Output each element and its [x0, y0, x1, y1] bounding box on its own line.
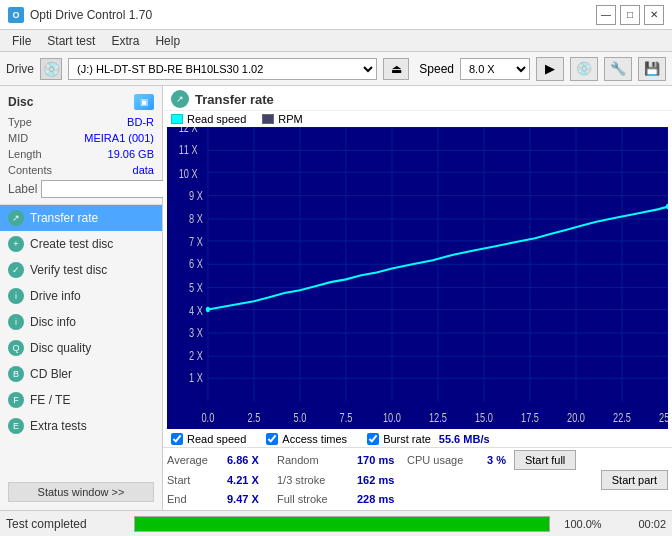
- tools-button[interactable]: 🔧: [604, 57, 632, 81]
- menu-help[interactable]: Help: [147, 32, 188, 50]
- burst-rate-checkbox[interactable]: [367, 433, 379, 445]
- status-text: Test completed: [6, 517, 126, 531]
- nav-disc-info-label: Disc info: [30, 315, 76, 329]
- nav-create-test-disc[interactable]: + Create test disc: [0, 231, 162, 257]
- eject-button[interactable]: ⏏: [383, 58, 409, 80]
- cd-bler-icon: B: [8, 366, 24, 382]
- full-stroke-label: Full stroke: [277, 490, 357, 508]
- chart-checkboxes: Read speed Access times Burst rate 55.6 …: [163, 431, 672, 447]
- extra-tests-icon: E: [8, 418, 24, 434]
- drive-label: Drive: [6, 62, 34, 76]
- nav-verify-test-disc[interactable]: ✓ Verify test disc: [0, 257, 162, 283]
- menu-start-test[interactable]: Start test: [39, 32, 103, 50]
- disc-type-label: Type: [8, 114, 32, 130]
- average-value: 6.86 X: [227, 451, 277, 469]
- full-stroke-value: 228 ms: [357, 490, 407, 508]
- drive-icon: 💿: [40, 58, 62, 80]
- nav-fe-te-label: FE / TE: [30, 393, 70, 407]
- minimize-button[interactable]: —: [596, 5, 616, 25]
- stats-row-end: End 9.47 X Full stroke 228 ms: [167, 490, 668, 508]
- nav-disc-quality[interactable]: Q Disc quality: [0, 335, 162, 361]
- read-speed-checkbox-item: Read speed: [171, 433, 246, 445]
- random-label: Random: [277, 451, 357, 469]
- svg-text:7 X: 7 X: [189, 235, 203, 249]
- drivebar: Drive 💿 (J:) HL-DT-ST BD-RE BH10LS30 1.0…: [0, 52, 672, 86]
- svg-text:17.5: 17.5: [521, 411, 539, 425]
- disc-length-label: Length: [8, 146, 42, 162]
- speed-label: Speed: [419, 62, 454, 76]
- read-speed-checkbox[interactable]: [171, 433, 183, 445]
- cpu-value: 3 %: [487, 451, 506, 469]
- save-button[interactable]: 💾: [638, 57, 666, 81]
- legend-rpm-box: [262, 114, 274, 124]
- nav-transfer-rate-label: Transfer rate: [30, 211, 98, 225]
- disc-length-row: Length 19.06 GB: [8, 146, 154, 162]
- burst-rate-value: 55.6 MB/s: [439, 433, 490, 445]
- chart-header: ↗ Transfer rate: [163, 86, 672, 111]
- disc-contents-value: data: [133, 162, 154, 178]
- menubar: File Start test Extra Help: [0, 30, 672, 52]
- svg-text:10.0: 10.0: [383, 411, 401, 425]
- nav-extra-tests-label: Extra tests: [30, 419, 87, 433]
- disc-mid-label: MID: [8, 130, 28, 146]
- svg-text:5.0: 5.0: [294, 411, 307, 425]
- nav-cd-bler[interactable]: B CD Bler: [0, 361, 162, 387]
- window-controls: — □ ✕: [596, 5, 664, 25]
- content-area: ↗ Transfer rate Read speed RPM: [163, 86, 672, 510]
- stroke-1-label: 1/3 stroke: [277, 471, 357, 489]
- nav-cd-bler-label: CD Bler: [30, 367, 72, 381]
- menu-extra[interactable]: Extra: [103, 32, 147, 50]
- svg-text:25.0: 25.0: [659, 411, 668, 425]
- disc-panel-icon: ▣: [134, 94, 154, 110]
- svg-text:4 X: 4 X: [189, 304, 203, 318]
- drive-info-icon: i: [8, 288, 24, 304]
- titlebar-left: O Opti Drive Control 1.70: [8, 7, 152, 23]
- chart-legend: Read speed RPM: [163, 111, 672, 127]
- svg-text:12.5: 12.5: [429, 411, 447, 425]
- nav-fe-te[interactable]: F FE / TE: [0, 387, 162, 413]
- disc-info-icon: i: [8, 314, 24, 330]
- svg-text:2.5: 2.5: [248, 411, 261, 425]
- svg-text:20.0: 20.0: [567, 411, 585, 425]
- create-test-disc-icon: +: [8, 236, 24, 252]
- menu-file[interactable]: File: [4, 32, 39, 50]
- nav-disc-info[interactable]: i Disc info: [0, 309, 162, 335]
- average-label: Average: [167, 451, 227, 469]
- drive-select[interactable]: (J:) HL-DT-ST BD-RE BH10LS30 1.02: [68, 58, 377, 80]
- disc-button[interactable]: 💿: [570, 57, 598, 81]
- svg-text:15.0: 15.0: [475, 411, 493, 425]
- svg-text:8 X: 8 X: [189, 212, 203, 226]
- access-times-checkbox-label: Access times: [282, 433, 347, 445]
- cpu-label: CPU usage: [407, 451, 487, 469]
- svg-text:10 X: 10 X: [179, 166, 199, 180]
- svg-text:5 X: 5 X: [189, 280, 203, 294]
- disc-panel: Disc ▣ Type BD-R MID MEIRA1 (001) Length…: [0, 90, 162, 205]
- nav-extra-tests[interactable]: E Extra tests: [0, 413, 162, 439]
- start-value: 4.21 X: [227, 471, 277, 489]
- chart-title: Transfer rate: [195, 92, 274, 107]
- status-window-button[interactable]: Status window >>: [8, 482, 154, 502]
- burst-rate-checkbox-item: Burst rate 55.6 MB/s: [367, 433, 489, 445]
- maximize-button[interactable]: □: [620, 5, 640, 25]
- nav-transfer-rate[interactable]: ↗ Transfer rate: [0, 205, 162, 231]
- access-times-checkbox[interactable]: [266, 433, 278, 445]
- disc-length-value: 19.06 GB: [108, 146, 154, 162]
- start-part-button[interactable]: Start part: [601, 470, 668, 490]
- close-button[interactable]: ✕: [644, 5, 664, 25]
- nav-verify-test-disc-label: Verify test disc: [30, 263, 107, 277]
- disc-panel-header: Disc ▣: [8, 94, 154, 110]
- disc-quality-icon: Q: [8, 340, 24, 356]
- start-full-button[interactable]: Start full: [514, 450, 576, 470]
- verify-test-disc-icon: ✓: [8, 262, 24, 278]
- window-title: Opti Drive Control 1.70: [30, 8, 152, 22]
- svg-text:2 X: 2 X: [189, 349, 203, 363]
- nav-drive-info[interactable]: i Drive info: [0, 283, 162, 309]
- svg-text:11 X: 11 X: [179, 143, 199, 157]
- svg-point-47: [206, 307, 210, 312]
- speed-select[interactable]: 8.0 X Max 4.0 X 2.0 X: [460, 58, 530, 80]
- disc-type-row: Type BD-R: [8, 114, 154, 130]
- app-icon: O: [8, 7, 24, 23]
- play-button[interactable]: ▶: [536, 57, 564, 81]
- nav-drive-info-label: Drive info: [30, 289, 81, 303]
- disc-mid-row: MID MEIRA1 (001): [8, 130, 154, 146]
